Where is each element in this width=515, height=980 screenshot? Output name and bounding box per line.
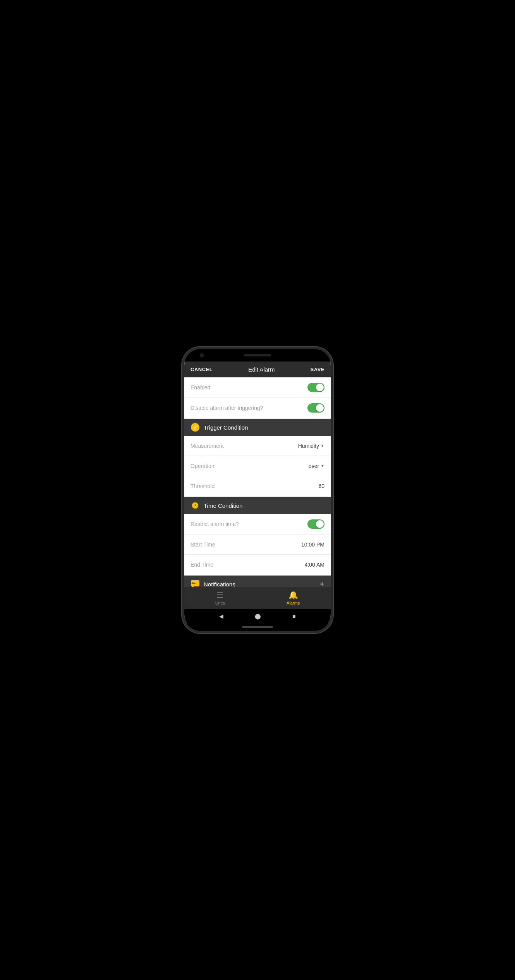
trigger-header-left: Trigger Condition — [191, 423, 248, 432]
chat-icon — [191, 580, 199, 587]
home-button[interactable]: ⬤ — [255, 613, 261, 619]
notifications-icon — [191, 579, 200, 587]
app-header: CANCEL Edit Alarm SAVE — [184, 362, 331, 377]
operation-label: Operation — [191, 463, 214, 469]
add-notification-button[interactable]: + — [319, 580, 324, 587]
camera-icon — [200, 353, 204, 357]
notifications-header: Notifications + — [184, 576, 331, 587]
content-area: Enabled Disable alarm after triggering? … — [184, 377, 331, 587]
svg-point-4 — [195, 505, 196, 506]
bottom-nav: ☰ Units 🔔 Alarms — [184, 587, 331, 609]
measurement-label: Measurement — [191, 443, 224, 449]
notifications-title: Notifications — [204, 581, 235, 588]
alarms-label: Alarms — [287, 601, 300, 605]
nav-alarms[interactable]: 🔔 Alarms — [287, 590, 300, 605]
enabled-row: Enabled — [184, 377, 331, 398]
trigger-condition-header: Trigger Condition — [184, 419, 331, 436]
notifications-header-left: Notifications — [191, 579, 235, 587]
save-button[interactable]: SAVE — [311, 367, 324, 372]
measurement-value: Humidity ▼ — [298, 443, 324, 449]
android-nav-bar: ◀ ⬤ ■ — [184, 609, 331, 623]
clock-svg-icon — [191, 502, 199, 509]
units-icon: ☰ — [216, 590, 223, 600]
svg-rect-6 — [192, 582, 194, 583]
phone-bottom-bar — [184, 623, 331, 631]
recents-button[interactable]: ■ — [292, 613, 295, 619]
checkmark-icon — [191, 423, 199, 432]
trigger-condition-card: Measurement Humidity ▼ Operation over ▼ … — [184, 436, 331, 496]
phone-top-bar — [184, 349, 331, 362]
operation-value: over ▼ — [309, 463, 324, 469]
time-condition-header: Time Condition — [184, 497, 331, 514]
back-button[interactable]: ◀ — [219, 613, 223, 619]
trigger-icon — [191, 423, 200, 432]
end-time-value: 4:00 AM — [305, 562, 324, 568]
operation-dropdown-arrow: ▼ — [321, 464, 324, 468]
cancel-button[interactable]: CANCEL — [191, 367, 213, 372]
threshold-row[interactable]: Threshold 60 — [184, 476, 331, 496]
trigger-condition-title: Trigger Condition — [204, 424, 248, 431]
disable-after-label: Disable alarm after triggering? — [191, 405, 263, 411]
disable-after-toggle[interactable] — [307, 403, 324, 413]
time-header-left: Time Condition — [191, 501, 242, 510]
threshold-label: Threshold — [191, 483, 215, 489]
speaker — [244, 354, 271, 356]
start-time-value: 10:00 PM — [301, 541, 324, 548]
start-time-row[interactable]: Start Time 10:00 PM — [184, 535, 331, 555]
restrict-alarm-row: Restrict alarm time? — [184, 514, 331, 535]
threshold-value: 60 — [318, 483, 324, 489]
page-title: Edit Alarm — [248, 366, 275, 373]
restrict-alarm-toggle[interactable] — [307, 519, 324, 529]
nav-units[interactable]: ☰ Units — [215, 590, 225, 605]
time-condition-title: Time Condition — [204, 502, 242, 509]
end-time-label: End Time — [191, 562, 213, 568]
time-condition-card: Restrict alarm time? Start Time 10:00 PM… — [184, 514, 331, 575]
enabled-toggle[interactable] — [307, 383, 324, 392]
alarms-icon: 🔔 — [288, 590, 298, 600]
restrict-alarm-label: Restrict alarm time? — [191, 521, 239, 527]
enabled-label: Enabled — [191, 384, 210, 391]
measurement-row[interactable]: Measurement Humidity ▼ — [184, 436, 331, 456]
measurement-dropdown-arrow: ▼ — [321, 444, 324, 448]
time-icon — [191, 501, 200, 510]
screen: CANCEL Edit Alarm SAVE Enabled Disable a… — [184, 362, 331, 623]
units-label: Units — [215, 601, 225, 605]
bottom-swipe-indicator — [242, 626, 273, 628]
general-settings-card: Enabled Disable alarm after triggering? — [184, 377, 331, 418]
operation-row[interactable]: Operation over ▼ — [184, 456, 331, 476]
start-time-label: Start Time — [191, 541, 215, 548]
disable-after-row: Disable alarm after triggering? — [184, 398, 331, 418]
end-time-row[interactable]: End Time 4:00 AM — [184, 555, 331, 575]
svg-rect-7 — [192, 583, 196, 584]
phone-frame: CANCEL Edit Alarm SAVE Enabled Disable a… — [182, 347, 333, 633]
